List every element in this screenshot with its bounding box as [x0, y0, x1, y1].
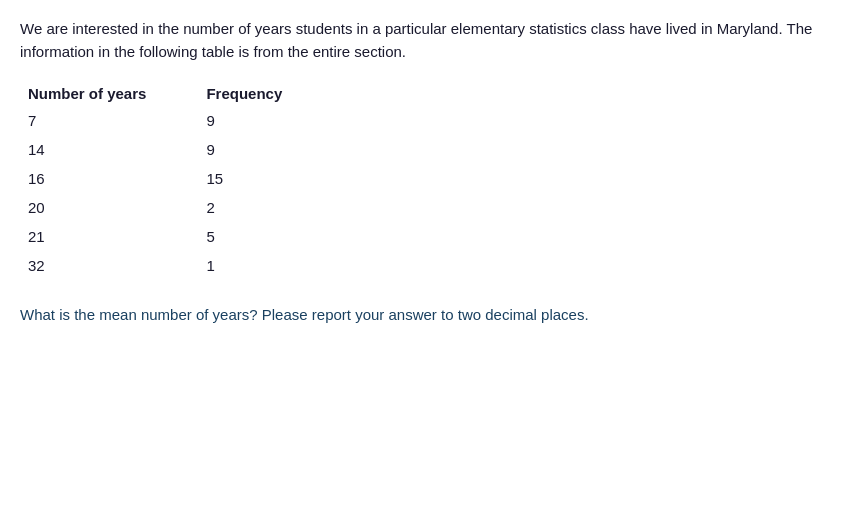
cell-frequency: 2	[206, 193, 342, 222]
table-row: 202	[28, 193, 342, 222]
col-years-header: Number of years	[28, 81, 206, 106]
cell-frequency: 15	[206, 164, 342, 193]
table-row: 321	[28, 251, 342, 280]
cell-years: 32	[28, 251, 206, 280]
cell-years: 21	[28, 222, 206, 251]
intro-paragraph: We are interested in the number of years…	[20, 18, 841, 63]
table-row: 79	[28, 106, 342, 135]
cell-years: 20	[28, 193, 206, 222]
table-row: 1615	[28, 164, 342, 193]
frequency-table: Number of years Frequency 79149161520221…	[28, 81, 342, 280]
cell-years: 7	[28, 106, 206, 135]
cell-frequency: 1	[206, 251, 342, 280]
table-row: 215	[28, 222, 342, 251]
cell-frequency: 9	[206, 135, 342, 164]
cell-years: 16	[28, 164, 206, 193]
question-paragraph: What is the mean number of years? Please…	[20, 304, 841, 327]
table-row: 149	[28, 135, 342, 164]
cell-frequency: 9	[206, 106, 342, 135]
col-frequency-header: Frequency	[206, 81, 342, 106]
cell-frequency: 5	[206, 222, 342, 251]
cell-years: 14	[28, 135, 206, 164]
